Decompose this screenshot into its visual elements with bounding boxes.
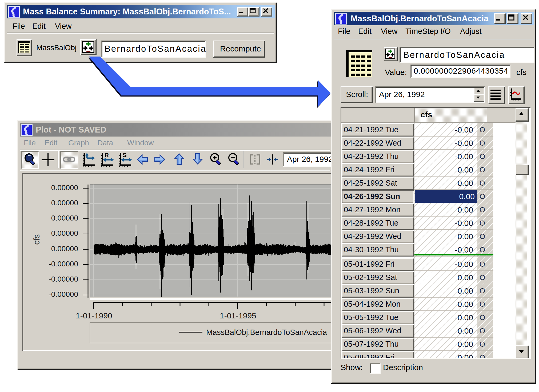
svg-text:R: R: [105, 152, 109, 158]
svg-text:S: S: [123, 152, 127, 158]
